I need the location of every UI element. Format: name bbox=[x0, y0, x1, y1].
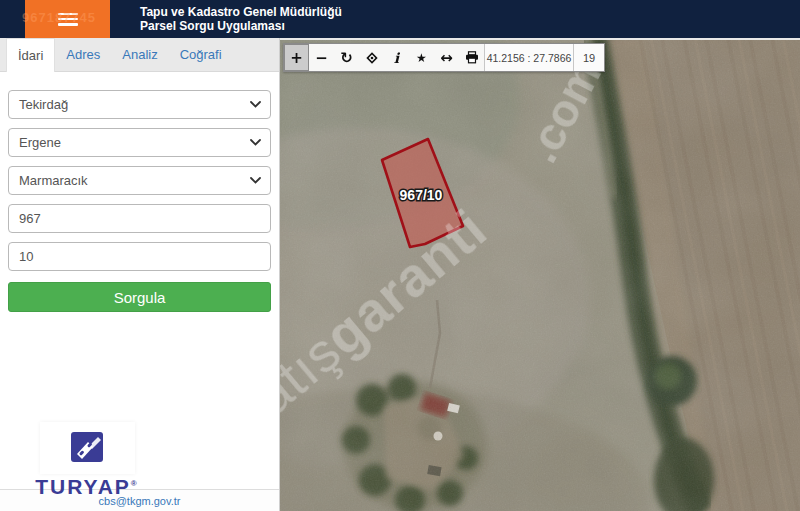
map-toolbar: + − ↻ i ★ ↔ 41.2156 : 27.7866 19 bbox=[283, 43, 605, 72]
turyap-watermark: TURYAP® bbox=[28, 422, 146, 497]
printer-icon bbox=[465, 51, 479, 64]
district-select[interactable]: Ergene bbox=[8, 128, 271, 157]
neighborhood-select[interactable]: Marmaracık bbox=[8, 166, 271, 195]
parcel-label: 967/10 bbox=[400, 187, 443, 203]
print-button[interactable] bbox=[459, 44, 484, 71]
tab-adres[interactable]: Adres bbox=[55, 38, 111, 71]
handshake-icon bbox=[67, 430, 107, 466]
coordinates-display: 41.2156 : 27.7866 bbox=[484, 44, 573, 71]
district-select-value: Ergene bbox=[19, 129, 61, 156]
zoom-level-display: 19 bbox=[573, 44, 604, 71]
zoom-out-button[interactable]: − bbox=[309, 44, 334, 71]
map-top-divider bbox=[280, 38, 800, 40]
hamburger-menu-button[interactable] bbox=[25, 0, 110, 38]
parcel-number-input[interactable] bbox=[8, 242, 271, 271]
tab-cografi[interactable]: Coğrafi bbox=[169, 38, 233, 71]
pan-button[interactable] bbox=[359, 44, 384, 71]
app-title: Tapu ve Kadastro Genel Müdürlüğü Parsel … bbox=[140, 5, 342, 33]
zoom-in-button[interactable]: + bbox=[284, 44, 309, 71]
neighborhood-select-value: Marmaracık bbox=[19, 167, 88, 194]
registered-mark: ® bbox=[131, 479, 139, 488]
favorite-button[interactable]: ★ bbox=[409, 44, 434, 71]
tab-idari[interactable]: İdari bbox=[6, 38, 55, 72]
tab-analiz[interactable]: Analiz bbox=[111, 38, 168, 71]
query-form: Tekirdağ Ergene Marmaracık Sorgula bbox=[0, 72, 279, 312]
chevron-down-icon bbox=[250, 139, 261, 146]
block-number-input[interactable] bbox=[8, 204, 271, 233]
query-button[interactable]: Sorgula bbox=[8, 282, 271, 312]
turyap-logo-box bbox=[40, 422, 135, 474]
hamburger-icon bbox=[58, 10, 78, 28]
app-title-line2: Parsel Sorgu Uygulaması bbox=[140, 19, 342, 33]
sidebar: İdari Adres Analiz Coğrafi Tekirdağ Erge… bbox=[0, 38, 280, 511]
province-select-value: Tekirdağ bbox=[19, 91, 68, 118]
info-button[interactable]: i bbox=[384, 44, 409, 71]
measure-button[interactable]: ↔ bbox=[434, 44, 459, 71]
app-title-line1: Tapu ve Kadastro Genel Müdürlüğü bbox=[140, 5, 342, 19]
pan-icon bbox=[365, 51, 379, 65]
refresh-button[interactable]: ↻ bbox=[334, 44, 359, 71]
app-header: Tapu ve Kadastro Genel Müdürlüğü Parsel … bbox=[0, 0, 800, 38]
chevron-down-icon bbox=[250, 101, 261, 108]
satellite-map[interactable]: 967/10 satışgaranti .com bbox=[280, 38, 800, 511]
chevron-down-icon bbox=[250, 177, 261, 184]
map-area[interactable]: 967/10 satışgaranti .com + − ↻ i ★ ↔ bbox=[280, 38, 800, 511]
tab-bar: İdari Adres Analiz Coğrafi bbox=[0, 38, 279, 72]
turyap-logo-text: TURYAP® bbox=[28, 474, 146, 497]
province-select[interactable]: Tekirdağ bbox=[8, 90, 271, 119]
